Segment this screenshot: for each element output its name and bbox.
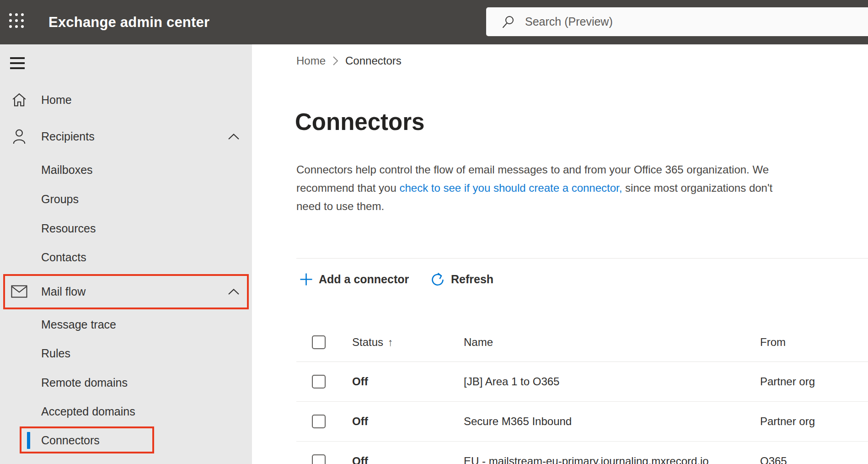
chevron-right-icon	[332, 56, 338, 66]
sidebar-item-label: Message trace	[41, 313, 116, 336]
search-icon	[502, 15, 515, 28]
table-row[interactable]: Off Secure M365 Inbound Partner org	[296, 402, 868, 442]
app-launcher-button[interactable]	[9, 13, 26, 30]
name-cell: Secure M365 Inbound	[464, 415, 760, 428]
person-icon	[11, 125, 27, 148]
column-header-from-label: From	[760, 336, 786, 349]
from-cell: Partner org	[760, 415, 868, 428]
status-cell: Off	[352, 455, 464, 464]
chevron-up-icon	[228, 125, 240, 148]
sidebar-item-label: Accepted domains	[41, 400, 135, 423]
exchange-admin-center-window: { "topbar": { "app_title": "Exchange adm…	[0, 0, 868, 464]
status-cell: Off	[352, 375, 464, 388]
breadcrumb-item-connectors: Connectors	[345, 54, 402, 67]
sidebar-nav: Home Recipients Mailboxes Groups Reso	[0, 44, 252, 464]
sidebar-item-contacts[interactable]: Contacts	[0, 246, 252, 269]
sidebar-item-label: Recipients	[41, 125, 95, 148]
row-checkbox[interactable]	[312, 375, 326, 388]
add-connector-button[interactable]: Add a connector	[300, 269, 409, 289]
sidebar-item-resources[interactable]: Resources	[0, 217, 252, 240]
search-box[interactable]	[486, 7, 868, 36]
sidebar-item-recipients[interactable]: Recipients	[0, 125, 252, 148]
refresh-icon	[430, 272, 445, 287]
breadcrumb-item-home[interactable]: Home	[296, 54, 326, 67]
column-header-status[interactable]: Status ↑	[352, 336, 464, 349]
column-header-name-label: Name	[464, 336, 493, 349]
sidebar-item-mailboxes[interactable]: Mailboxes	[0, 158, 252, 181]
sidebar-item-label: Contacts	[41, 246, 86, 269]
description-line2-pre: recommend that you	[296, 182, 399, 194]
description-link[interactable]: check to see if you should create a conn…	[399, 182, 622, 194]
row-checkbox[interactable]	[312, 415, 326, 428]
sidebar-item-groups[interactable]: Groups	[0, 188, 252, 210]
name-cell: EU - mailstream-eu-primary.journaling.mx…	[464, 455, 760, 464]
from-cell: O365	[760, 455, 868, 464]
selection-indicator	[27, 432, 30, 449]
sidebar-item-message-trace[interactable]: Message trace	[0, 313, 252, 336]
search-input[interactable]	[525, 15, 799, 28]
top-app-bar: Exchange admin center	[0, 0, 868, 44]
main-content: Home Connectors Connectors Connectors he…	[252, 44, 868, 464]
status-cell: Off	[352, 415, 464, 428]
sidebar-item-label: Home	[41, 88, 72, 111]
sidebar-item-mail-flow[interactable]: Mail flow	[0, 280, 252, 303]
description-line1: Connectors help control the flow of emai…	[296, 163, 769, 176]
breadcrumb: Home Connectors	[296, 54, 402, 67]
sidebar-item-connectors[interactable]: Connectors	[0, 429, 252, 452]
chevron-up-icon	[228, 280, 240, 303]
from-cell: Partner org	[760, 375, 868, 388]
row-checkbox[interactable]	[312, 454, 326, 464]
menu-toggle-button[interactable]	[10, 57, 25, 69]
page-description: Connectors help control the flow of emai…	[296, 161, 868, 216]
sidebar-item-label: Connectors	[41, 429, 100, 452]
sidebar-item-label: Remote domains	[41, 371, 128, 394]
refresh-button[interactable]: Refresh	[430, 269, 493, 289]
toolbar-divider	[296, 258, 868, 259]
add-connector-label: Add a connector	[319, 273, 409, 286]
mail-icon	[11, 280, 27, 303]
table-header-row: Status ↑ Name From	[296, 323, 868, 362]
connectors-table: Status ↑ Name From Off [JB] Area 1 to O3…	[296, 323, 868, 464]
sidebar-item-remote-domains[interactable]: Remote domains	[0, 371, 252, 394]
table-row[interactable]: Off EU - mailstream-eu-primary.journalin…	[296, 442, 868, 464]
description-line3: need to use them.	[296, 200, 384, 212]
name-cell: [JB] Area 1 to O365	[464, 375, 760, 388]
sidebar-item-label: Resources	[41, 217, 96, 240]
column-header-from[interactable]: From	[760, 336, 868, 349]
sidebar-item-rules[interactable]: Rules	[0, 342, 252, 365]
sidebar-item-label: Mail flow	[41, 280, 86, 303]
column-header-name[interactable]: Name	[464, 336, 760, 349]
sort-ascending-icon: ↑	[388, 336, 393, 349]
sidebar-item-label: Mailboxes	[41, 158, 93, 181]
app-title: Exchange admin center	[48, 0, 209, 44]
sidebar-item-home[interactable]: Home	[0, 88, 252, 111]
description-line2-post: since most organizations don't	[622, 182, 772, 194]
page-title: Connectors	[295, 108, 424, 135]
plus-icon	[300, 273, 313, 286]
home-icon	[11, 88, 27, 111]
column-header-status-label: Status	[352, 336, 383, 349]
table-row[interactable]: Off [JB] Area 1 to O365 Partner org	[296, 362, 868, 402]
sidebar-item-label: Groups	[41, 188, 79, 210]
sidebar-item-label: Rules	[41, 342, 70, 365]
sidebar-item-accepted-domains[interactable]: Accepted domains	[0, 400, 252, 423]
select-all-checkbox[interactable]	[312, 335, 326, 349]
refresh-label: Refresh	[451, 273, 493, 286]
